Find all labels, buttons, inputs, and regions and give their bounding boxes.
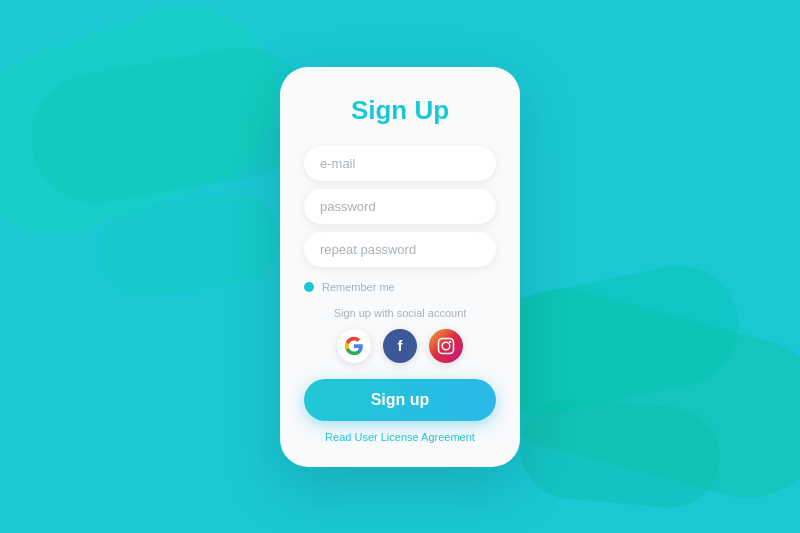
social-icons: f [337, 329, 463, 363]
facebook-social-button[interactable]: f [383, 329, 417, 363]
email-field[interactable] [304, 146, 496, 181]
google-icon [344, 336, 364, 356]
social-section: Sign up with social account f [304, 307, 496, 363]
facebook-icon: f [398, 337, 403, 354]
repeat-password-field[interactable] [304, 232, 496, 267]
card-title: Sign Up [351, 95, 449, 126]
svg-point-2 [449, 340, 451, 342]
instagram-icon [437, 337, 455, 355]
remember-me-dot [304, 282, 314, 292]
license-link[interactable]: Read User License Agreement [325, 431, 475, 443]
remember-me-label: Remember me [322, 281, 395, 293]
signup-card: Sign Up Remember me Sign up with social … [280, 67, 520, 467]
google-social-button[interactable] [337, 329, 371, 363]
form-group [304, 146, 496, 267]
svg-rect-0 [439, 338, 454, 353]
remember-me-row[interactable]: Remember me [304, 281, 496, 293]
password-field[interactable] [304, 189, 496, 224]
social-label: Sign up with social account [334, 307, 467, 319]
signup-button[interactable]: Sign up [304, 379, 496, 421]
instagram-social-button[interactable] [429, 329, 463, 363]
svg-point-1 [442, 342, 450, 350]
